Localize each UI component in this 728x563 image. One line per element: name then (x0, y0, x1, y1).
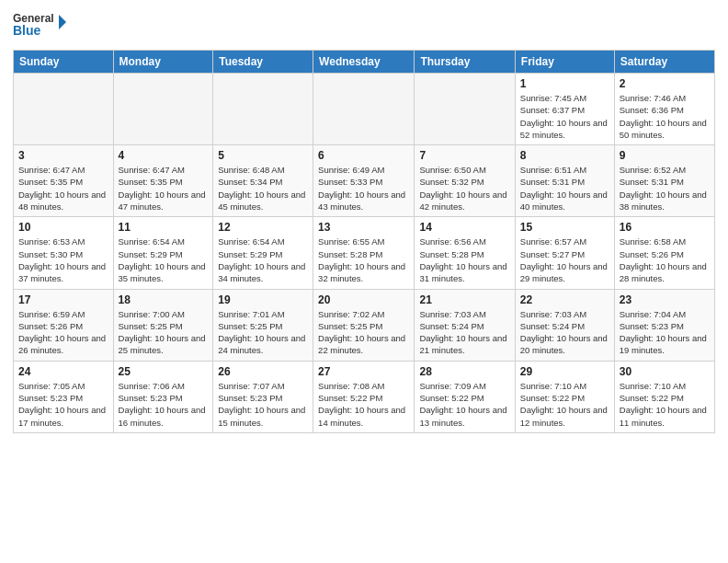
week-row-2: 3 Sunrise: 6:47 AMSunset: 5:35 PMDayligh… (14, 145, 715, 217)
day-cell (313, 74, 415, 145)
day-info: Sunrise: 6:48 AMSunset: 5:34 PMDaylight:… (218, 164, 308, 213)
day-number: 26 (218, 365, 308, 378)
day-number: 2 (620, 77, 710, 90)
weekday-header-saturday: Saturday (614, 51, 714, 74)
day-cell: 5 Sunrise: 6:48 AMSunset: 5:34 PMDayligh… (213, 145, 313, 217)
day-info: Sunrise: 6:55 AMSunset: 5:28 PMDaylight:… (318, 236, 409, 284)
day-cell: 13 Sunrise: 6:55 AMSunset: 5:28 PMDaylig… (313, 217, 415, 289)
day-cell: 2 Sunrise: 7:46 AMSunset: 6:36 PMDayligh… (614, 74, 714, 145)
weekday-header-monday: Monday (113, 51, 213, 74)
day-cell (113, 74, 213, 145)
day-info: Sunrise: 6:47 AMSunset: 5:35 PMDaylight:… (18, 164, 108, 213)
day-cell: 24 Sunrise: 7:05 AMSunset: 5:23 PMDaylig… (14, 361, 114, 432)
day-cell: 23 Sunrise: 7:04 AMSunset: 5:23 PMDaylig… (614, 289, 714, 361)
day-number: 8 (520, 149, 609, 162)
day-info: Sunrise: 7:46 AMSunset: 6:36 PMDaylight:… (620, 92, 710, 141)
day-cell: 4 Sunrise: 6:47 AMSunset: 5:35 PMDayligh… (113, 145, 213, 217)
day-cell: 8 Sunrise: 6:51 AMSunset: 5:31 PMDayligh… (515, 145, 614, 217)
day-number: 14 (419, 221, 509, 234)
day-cell: 16 Sunrise: 6:58 AMSunset: 5:26 PMDaylig… (614, 217, 714, 289)
day-cell: 25 Sunrise: 7:06 AMSunset: 5:23 PMDaylig… (113, 361, 213, 432)
week-row-3: 10 Sunrise: 6:53 AMSunset: 5:30 PMDaylig… (14, 217, 715, 289)
logo-svg: General Blue (13, 9, 68, 42)
calendar-page: General Blue SundayMondayTuesdayWednesda… (0, 0, 728, 563)
week-row-1: 1 Sunrise: 7:45 AMSunset: 6:37 PMDayligh… (14, 74, 715, 145)
day-number: 1 (520, 77, 609, 90)
day-number: 6 (318, 149, 409, 162)
day-number: 7 (419, 149, 509, 162)
day-cell (415, 74, 515, 145)
weekday-header-friday: Friday (515, 51, 614, 74)
day-info: Sunrise: 6:54 AMSunset: 5:29 PMDaylight:… (218, 236, 308, 284)
day-info: Sunrise: 7:03 AMSunset: 5:24 PMDaylight:… (520, 308, 609, 357)
day-number: 12 (218, 221, 308, 234)
day-number: 23 (620, 293, 710, 306)
day-cell: 3 Sunrise: 6:47 AMSunset: 5:35 PMDayligh… (14, 145, 114, 217)
day-info: Sunrise: 7:10 AMSunset: 5:22 PMDaylight:… (520, 380, 609, 429)
day-info: Sunrise: 7:04 AMSunset: 5:23 PMDaylight:… (620, 308, 710, 357)
day-number: 22 (520, 293, 609, 306)
day-info: Sunrise: 6:51 AMSunset: 5:31 PMDaylight:… (520, 164, 609, 213)
day-number: 24 (18, 365, 108, 378)
week-row-5: 24 Sunrise: 7:05 AMSunset: 5:23 PMDaylig… (14, 361, 715, 432)
day-cell: 28 Sunrise: 7:09 AMSunset: 5:22 PMDaylig… (415, 361, 515, 432)
weekday-header-tuesday: Tuesday (213, 51, 313, 74)
day-cell: 29 Sunrise: 7:10 AMSunset: 5:22 PMDaylig… (515, 361, 614, 432)
day-info: Sunrise: 7:07 AMSunset: 5:23 PMDaylight:… (218, 380, 308, 429)
day-number: 15 (520, 221, 609, 234)
day-info: Sunrise: 7:01 AMSunset: 5:25 PMDaylight:… (218, 308, 308, 357)
day-cell: 20 Sunrise: 7:02 AMSunset: 5:25 PMDaylig… (313, 289, 415, 361)
day-info: Sunrise: 6:53 AMSunset: 5:30 PMDaylight:… (18, 236, 108, 284)
day-number: 9 (620, 149, 710, 162)
svg-marker-2 (59, 15, 66, 29)
day-number: 3 (18, 149, 108, 162)
day-info: Sunrise: 6:58 AMSunset: 5:26 PMDaylight:… (620, 236, 710, 284)
day-number: 10 (18, 221, 108, 234)
weekday-header-row: SundayMondayTuesdayWednesdayThursdayFrid… (14, 51, 715, 74)
day-info: Sunrise: 6:49 AMSunset: 5:33 PMDaylight:… (318, 164, 409, 213)
day-number: 18 (119, 293, 209, 306)
day-info: Sunrise: 7:10 AMSunset: 5:22 PMDaylight:… (620, 380, 710, 429)
day-info: Sunrise: 7:05 AMSunset: 5:23 PMDaylight:… (18, 380, 108, 429)
day-cell: 19 Sunrise: 7:01 AMSunset: 5:25 PMDaylig… (213, 289, 313, 361)
day-cell: 27 Sunrise: 7:08 AMSunset: 5:22 PMDaylig… (313, 361, 415, 432)
day-cell: 11 Sunrise: 6:54 AMSunset: 5:29 PMDaylig… (113, 217, 213, 289)
day-info: Sunrise: 6:56 AMSunset: 5:28 PMDaylight:… (419, 236, 509, 284)
day-info: Sunrise: 6:50 AMSunset: 5:32 PMDaylight:… (419, 164, 509, 213)
day-number: 5 (218, 149, 308, 162)
day-number: 25 (119, 365, 209, 378)
day-info: Sunrise: 7:06 AMSunset: 5:23 PMDaylight:… (119, 380, 209, 429)
day-cell: 12 Sunrise: 6:54 AMSunset: 5:29 PMDaylig… (213, 217, 313, 289)
day-number: 30 (620, 365, 710, 378)
day-info: Sunrise: 6:59 AMSunset: 5:26 PMDaylight:… (18, 308, 108, 357)
day-cell: 22 Sunrise: 7:03 AMSunset: 5:24 PMDaylig… (515, 289, 614, 361)
day-info: Sunrise: 7:09 AMSunset: 5:22 PMDaylight:… (419, 380, 509, 429)
day-cell: 7 Sunrise: 6:50 AMSunset: 5:32 PMDayligh… (415, 145, 515, 217)
day-cell: 18 Sunrise: 7:00 AMSunset: 5:25 PMDaylig… (113, 289, 213, 361)
day-cell: 9 Sunrise: 6:52 AMSunset: 5:31 PMDayligh… (614, 145, 714, 217)
day-cell: 10 Sunrise: 6:53 AMSunset: 5:30 PMDaylig… (14, 217, 114, 289)
day-number: 16 (620, 221, 710, 234)
day-cell: 30 Sunrise: 7:10 AMSunset: 5:22 PMDaylig… (614, 361, 714, 432)
day-info: Sunrise: 7:00 AMSunset: 5:25 PMDaylight:… (119, 308, 209, 357)
day-number: 20 (318, 293, 409, 306)
day-info: Sunrise: 7:03 AMSunset: 5:24 PMDaylight:… (419, 308, 509, 357)
day-number: 28 (419, 365, 509, 378)
day-cell (14, 74, 114, 145)
day-info: Sunrise: 7:02 AMSunset: 5:25 PMDaylight:… (318, 308, 409, 357)
day-number: 27 (318, 365, 409, 378)
day-cell: 1 Sunrise: 7:45 AMSunset: 6:37 PMDayligh… (515, 74, 614, 145)
day-cell: 15 Sunrise: 6:57 AMSunset: 5:27 PMDaylig… (515, 217, 614, 289)
day-number: 29 (520, 365, 609, 378)
day-cell: 6 Sunrise: 6:49 AMSunset: 5:33 PMDayligh… (313, 145, 415, 217)
day-info: Sunrise: 6:57 AMSunset: 5:27 PMDaylight:… (520, 236, 609, 284)
day-cell: 14 Sunrise: 6:56 AMSunset: 5:28 PMDaylig… (415, 217, 515, 289)
calendar-table: SundayMondayTuesdayWednesdayThursdayFrid… (13, 50, 715, 433)
header: General Blue (13, 9, 715, 42)
day-cell: 21 Sunrise: 7:03 AMSunset: 5:24 PMDaylig… (415, 289, 515, 361)
day-cell: 17 Sunrise: 6:59 AMSunset: 5:26 PMDaylig… (14, 289, 114, 361)
day-number: 11 (119, 221, 209, 234)
day-number: 19 (218, 293, 308, 306)
day-number: 21 (419, 293, 509, 306)
svg-text:Blue: Blue (13, 23, 41, 38)
